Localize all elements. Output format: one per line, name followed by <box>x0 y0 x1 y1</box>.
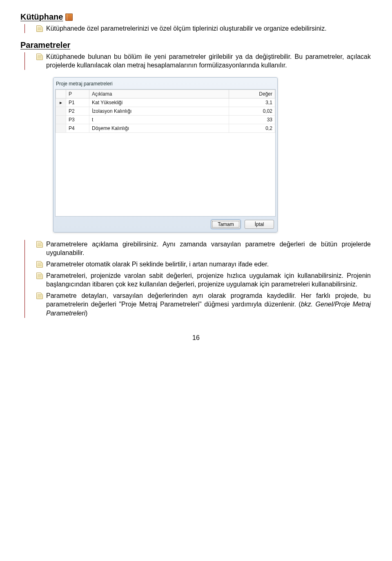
cancel-button[interactable]: İptal <box>245 220 274 229</box>
row-marker <box>56 107 66 115</box>
note-item: Parametreler otomatik olarak Pi seklinde… <box>36 260 371 269</box>
parametreler-body: Kütüphanede bulunan bu bölüm ile yeni pa… <box>24 52 372 70</box>
col-header-val[interactable]: Değer <box>229 89 275 98</box>
dialog-button-row: Tamam İptal <box>55 217 276 230</box>
cell-p[interactable]: P2 <box>66 107 89 115</box>
cell-val[interactable]: 0,02 <box>229 107 275 115</box>
param-dialog: Proje metraj parametreleri P Açıklama De… <box>53 77 278 232</box>
note-item: Parametre detayları, varsayılan değerler… <box>36 291 371 318</box>
note-icon <box>36 25 43 32</box>
note-text-italic: bkz. Genel/Proje Metraj Parametreleri <box>46 301 371 317</box>
kutuphane-heading-row: Kütüphane <box>20 12 372 22</box>
col-header-desc[interactable]: Açıklama <box>89 89 229 98</box>
row-marker-header <box>56 89 66 98</box>
cell-p[interactable]: P3 <box>66 115 89 124</box>
parametreler-tail: Parametrelere açıklama girebilirsiniz. A… <box>24 240 372 318</box>
note-icon <box>36 54 43 60</box>
table-row[interactable]: P3t33 <box>56 115 275 124</box>
ok-button[interactable]: Tamam <box>211 220 241 229</box>
kutuphane-body: Kütüphanede özel parametrelerinizi ve öz… <box>24 24 372 33</box>
cell-p[interactable]: P1 <box>66 98 89 107</box>
note-item: Parametrelere açıklama girebilirsiniz. A… <box>36 240 371 257</box>
note-icon <box>36 273 43 279</box>
note-text: Kütüphanede özel parametrelerinizi ve öz… <box>46 25 327 32</box>
param-grid[interactable]: P Açıklama Değer ▸P1Kat Yüksekliği3,1P2İ… <box>56 89 275 133</box>
note-item: Kütüphanede özel parametrelerinizi ve öz… <box>36 24 371 33</box>
note-item: Parametreleri, projenizde varolan sabit … <box>36 271 371 289</box>
col-header-p[interactable]: P <box>66 89 89 98</box>
row-marker <box>56 124 66 132</box>
note-text: Parametreler otomatik olarak Pi seklinde… <box>46 261 269 268</box>
parametreler-heading-row: Parametreler <box>20 40 372 50</box>
cell-desc[interactable]: t <box>89 115 229 124</box>
note-text: Parametreleri, projenizde varolan sabit … <box>46 272 371 288</box>
row-marker <box>56 115 66 124</box>
note-item: Kütüphanede bulunan bu bölüm ile yeni pa… <box>36 52 371 70</box>
kutuphane-heading: Kütüphane <box>20 12 63 22</box>
note-icon <box>36 261 43 268</box>
param-grid-container: P Açıklama Değer ▸P1Kat Yüksekliği3,1P2İ… <box>55 89 276 217</box>
book-icon <box>65 13 73 21</box>
note-text: Kütüphanede bulunan bu bölüm ile yeni pa… <box>46 53 371 69</box>
note-text: Parametrelere açıklama girebilirsiniz. A… <box>46 241 371 257</box>
note-icon <box>36 293 43 299</box>
parametreler-heading: Parametreler <box>20 40 70 50</box>
table-row[interactable]: P4Döşeme Kalınlığı0,2 <box>56 124 275 132</box>
dialog-title: Proje metraj parametreleri <box>55 79 276 89</box>
table-row[interactable]: P2İzolasyon Kalınlığı0,02 <box>56 107 275 115</box>
cell-desc[interactable]: Döşeme Kalınlığı <box>89 124 229 132</box>
cell-desc[interactable]: İzolasyon Kalınlığı <box>89 107 229 115</box>
page-number: 16 <box>20 334 372 342</box>
cell-val[interactable]: 33 <box>229 115 275 124</box>
row-marker: ▸ <box>56 98 66 107</box>
note-text: Parametre detayları, varsayılan değerler… <box>46 292 371 317</box>
note-icon <box>36 241 43 248</box>
cell-val[interactable]: 3,1 <box>229 98 275 107</box>
cell-p[interactable]: P4 <box>66 124 89 132</box>
cell-desc[interactable]: Kat Yüksekliği <box>89 98 229 107</box>
table-row[interactable]: ▸P1Kat Yüksekliği3,1 <box>56 98 275 107</box>
cell-val[interactable]: 0,2 <box>229 124 275 132</box>
